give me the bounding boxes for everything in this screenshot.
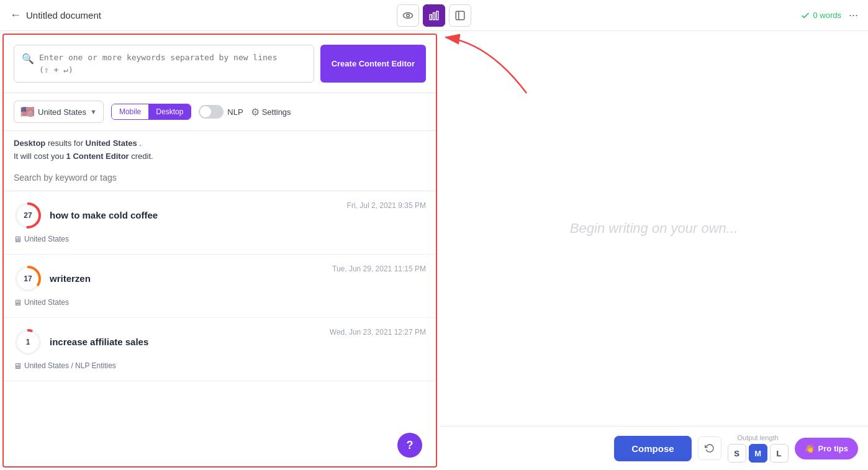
output-length-label: Output length	[738, 434, 779, 441]
keyword-search-input[interactable]	[14, 173, 426, 183]
result-date: Wed, Jun 23, 2021 12:27 PM	[330, 328, 426, 337]
result-meta: 🖥 United States	[14, 298, 426, 307]
country-flag: 🇺🇸	[20, 105, 34, 119]
chevron-down-icon: ▼	[90, 108, 97, 115]
info-cost-amount: 1	[66, 151, 73, 161]
result-location: United States / NLP Entities	[24, 361, 116, 370]
nlp-label: NLP	[227, 107, 243, 117]
size-buttons: S M L	[728, 444, 789, 463]
nlp-toggle: NLP	[199, 105, 243, 119]
country-name: United States	[38, 107, 86, 117]
bottom-bar: Compose Output length S M L 👋 Pro tips	[440, 426, 868, 470]
size-m-button[interactable]: M	[749, 444, 767, 463]
create-content-editor-button[interactable]: Create Content Editor	[320, 45, 426, 83]
sidebar-toggle-button[interactable]	[449, 4, 471, 27]
pro-tips-label: Pro tips	[818, 444, 848, 453]
preview-icon-button[interactable]	[397, 4, 419, 27]
word-count: 0 words	[800, 11, 841, 20]
result-left: 27 how to make cold coffee	[14, 201, 158, 230]
filter-row: 🇺🇸 United States ▼ Mobile Desktop NLP ⚙ …	[4, 93, 436, 131]
search-row: 🔍 Create Content Editor	[14, 45, 426, 83]
settings-label: Settings	[262, 107, 291, 117]
result-top: 17 writerzen Tue, Jun 29, 2021 11:15 PM	[14, 264, 426, 293]
sidebar-icon	[454, 10, 466, 21]
result-top: 1 increase affiliate sales Wed, Jun 23, …	[14, 328, 426, 356]
size-l-button[interactable]: L	[770, 444, 789, 463]
score-number: 17	[24, 274, 32, 283]
score-gauge: 17	[14, 264, 42, 293]
editor-placeholder: Begin writing on your own...	[570, 220, 738, 237]
help-button[interactable]: ?	[397, 433, 422, 458]
score-number: 1	[26, 338, 30, 346]
content-editor-icon-button[interactable]	[423, 4, 445, 27]
info-cost-text: It will cost you	[14, 151, 64, 161]
result-meta: 🖥 United States / NLP Entities	[14, 361, 426, 371]
result-top: 27 how to make cold coffee Fri, Jul 2, 2…	[14, 201, 426, 230]
header: ← Untitled document 0 words	[0, 0, 868, 31]
result-date: Fri, Jul 2, 2021 9:35 PM	[347, 201, 426, 210]
size-s-button[interactable]: S	[728, 444, 746, 463]
score-number: 27	[24, 211, 32, 220]
svg-rect-2	[430, 14, 432, 19]
refresh-button[interactable]	[698, 436, 721, 460]
main-layout: 🔍 Create Content Editor 🇺🇸 United States…	[0, 31, 868, 470]
document-title: Untitled document	[26, 10, 101, 20]
header-right: 0 words ···	[471, 9, 858, 22]
info-bar: Desktop results for United States . It w…	[4, 131, 436, 167]
result-location: United States	[24, 298, 69, 307]
result-title[interactable]: writerzen	[50, 273, 91, 284]
more-options-button[interactable]: ···	[849, 9, 858, 22]
refresh-icon	[705, 443, 715, 453]
result-title[interactable]: how to make cold coffee	[50, 210, 158, 220]
monitor-icon: 🖥	[14, 235, 22, 244]
mobile-button[interactable]: Mobile	[112, 104, 148, 119]
svg-point-1	[407, 14, 410, 17]
result-item: 17 writerzen Tue, Jun 29, 2021 11:15 PM …	[4, 255, 436, 318]
hand-wave-icon: 👋	[805, 444, 815, 453]
result-meta: 🖥 United States	[14, 235, 426, 244]
monitor-icon: 🖥	[14, 361, 22, 371]
search-input[interactable]	[39, 52, 306, 76]
score-gauge: 1	[14, 328, 42, 356]
info-period: .	[139, 138, 142, 148]
result-location: United States	[24, 235, 69, 243]
results-list: 27 how to make cold coffee Fri, Jul 2, 2…	[4, 191, 436, 466]
info-country: United States	[86, 138, 137, 148]
result-title[interactable]: increase affiliate sales	[50, 337, 148, 347]
nlp-switch[interactable]	[199, 105, 224, 119]
score-gauge: 27	[14, 201, 42, 230]
monitor-icon: 🖥	[14, 298, 22, 307]
right-panel: Begin writing on your own... Compose Out…	[440, 31, 868, 470]
info-credit-label: credit.	[131, 151, 153, 161]
search-input-wrap[interactable]: 🔍	[14, 45, 314, 83]
info-device: Desktop	[14, 138, 45, 148]
left-panel: 🔍 Create Content Editor 🇺🇸 United States…	[2, 34, 437, 468]
result-left: 1 increase affiliate sales	[14, 328, 148, 356]
toggle-knob	[200, 106, 211, 117]
keyword-search-area	[4, 167, 436, 191]
result-item: 27 how to make cold coffee Fri, Jul 2, 2…	[4, 191, 436, 255]
desktop-button[interactable]: Desktop	[148, 104, 191, 119]
svg-rect-5	[456, 11, 464, 20]
chart-bar-icon	[428, 10, 440, 21]
back-button[interactable]: ←	[10, 9, 21, 22]
result-date: Tue, Jun 29, 2021 11:15 PM	[332, 264, 426, 273]
pro-tips-button[interactable]: 👋 Pro tips	[795, 438, 858, 459]
info-results-text: results for	[48, 138, 86, 148]
question-mark-icon: ?	[407, 439, 414, 452]
svg-point-0	[404, 12, 413, 18]
settings-button[interactable]: ⚙ Settings	[251, 106, 291, 118]
header-left: ← Untitled document	[10, 9, 397, 22]
info-credit-type: Content Editor	[73, 151, 129, 161]
search-area: 🔍 Create Content Editor	[4, 35, 436, 93]
search-icon: 🔍	[22, 53, 34, 65]
compose-button[interactable]: Compose	[614, 436, 691, 461]
country-selector[interactable]: 🇺🇸 United States ▼	[14, 101, 104, 123]
editor-area[interactable]: Begin writing on your own...	[440, 31, 868, 426]
header-center	[397, 4, 471, 27]
check-icon	[800, 11, 810, 20]
device-toggle: Mobile Desktop	[111, 104, 191, 120]
result-item: 1 increase affiliate sales Wed, Jun 23, …	[4, 318, 436, 381]
output-length-control: Output length S M L	[728, 434, 789, 463]
result-left: 17 writerzen	[14, 264, 91, 293]
